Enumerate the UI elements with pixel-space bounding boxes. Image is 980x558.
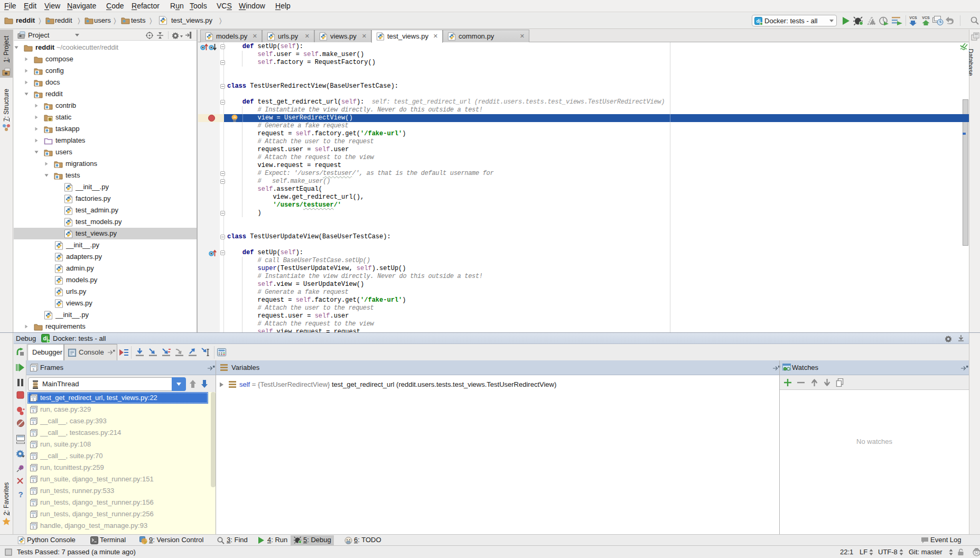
svg-text:VCS: VCS xyxy=(922,16,930,20)
svg-text:VCS: VCS xyxy=(909,16,917,20)
